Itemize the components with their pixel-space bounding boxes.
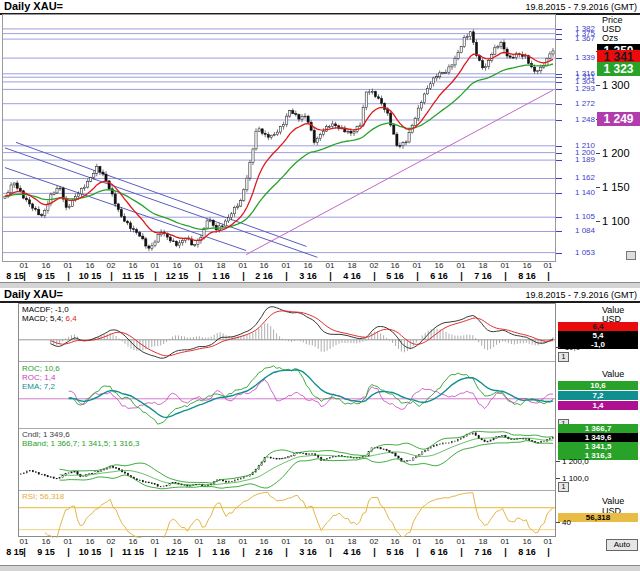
month-label: 1 16 bbox=[200, 547, 242, 557]
level-label: 1 272 bbox=[562, 100, 595, 108]
legend-text: EMA; 7,2 bbox=[22, 382, 55, 391]
month-label: 10 15 bbox=[69, 547, 111, 557]
month-label: 12 15 bbox=[156, 271, 198, 281]
tick-mark bbox=[556, 522, 560, 523]
legend-roc-line[interactable]: ROC; 1,4 bbox=[22, 373, 55, 382]
legend-text: ROC; 1,4 bbox=[22, 373, 55, 382]
day-tick-label: 01 bbox=[409, 262, 425, 270]
value-marker-macd[interactable]: 5,4 bbox=[558, 331, 638, 340]
value-tick-label: 40 bbox=[562, 519, 571, 527]
axis-corner-box[interactable] bbox=[626, 251, 636, 260]
legend-text: MACDF; -1,0 bbox=[22, 305, 69, 314]
month-label: 7 16 bbox=[462, 271, 504, 281]
chart-window: Daily XAU= 19.8.2015 - 7.9.2016 (GMT) Pr… bbox=[0, 0, 640, 571]
month-label: 11 15 bbox=[112, 547, 154, 557]
level-label: 1 140 bbox=[562, 189, 595, 197]
day-tick-label: 01 bbox=[16, 538, 32, 546]
month-label: 2 16 bbox=[243, 547, 285, 557]
price-marker-trend-level[interactable]: 1 249 bbox=[597, 112, 640, 126]
tick-mark bbox=[556, 461, 560, 462]
day-tick-label: 02 bbox=[366, 538, 382, 546]
day-tick-label: 02 bbox=[366, 262, 382, 270]
bottom-edge bbox=[0, 565, 640, 571]
month-label: 7 16 bbox=[462, 547, 504, 557]
value-marker-bband[interactable]: 1 341,5 bbox=[558, 442, 638, 451]
day-tick-label: 02 bbox=[103, 538, 119, 546]
legend-rsi-line[interactable]: RSI; 56,318 bbox=[22, 492, 64, 501]
tick-mark bbox=[556, 478, 560, 479]
month-label: 4 16 bbox=[331, 271, 373, 281]
indicator-pane-roc[interactable] bbox=[19, 362, 555, 428]
day-tick-label: 16 bbox=[519, 538, 535, 546]
day-tick-label: 16 bbox=[519, 262, 535, 270]
month-label: 10 15 bbox=[69, 271, 111, 281]
legend-roc-line[interactable]: EMA; 7,2 bbox=[22, 382, 55, 391]
day-tick-label: 01 bbox=[453, 262, 469, 270]
day-tick-label: 01 bbox=[540, 538, 556, 546]
value-marker-roc[interactable]: 1,4 bbox=[558, 401, 638, 410]
bottom-time-axis: 8 1501|169 1501|1610 1502|1611 1501|1612… bbox=[0, 538, 640, 558]
value-axis-label: Value bbox=[602, 497, 624, 506]
top-chart-title: Daily XAU= bbox=[4, 0, 63, 12]
level-label: 1 293 bbox=[562, 85, 595, 93]
legend-text: RSI; 56,318 bbox=[22, 492, 64, 501]
day-tick-label: 01 bbox=[409, 538, 425, 546]
pane-number-box[interactable]: 1 bbox=[558, 352, 569, 362]
indicator-pane-macd[interactable] bbox=[19, 304, 555, 361]
month-label: 6 16 bbox=[418, 547, 460, 557]
day-tick-label: 01 bbox=[16, 262, 32, 270]
value-marker-roc[interactable]: 7,2 bbox=[558, 391, 638, 400]
legend-cndl-line[interactable]: BBand; 1 366,7; 1 341,5; 1 316,3 bbox=[22, 439, 139, 448]
day-tick-label: 16 bbox=[431, 538, 447, 546]
bottom-chart-header: Daily XAU= 19.8.2015 - 7.9.2016 (GMT) bbox=[0, 288, 640, 303]
day-tick-label: 18 bbox=[213, 538, 229, 546]
day-tick-label: 16 bbox=[387, 262, 403, 270]
day-tick-label: 16 bbox=[38, 538, 54, 546]
month-label: 8 16 bbox=[506, 271, 548, 281]
value-marker-roc[interactable]: 10,6 bbox=[558, 381, 638, 390]
pane-number-box[interactable]: 1 bbox=[558, 482, 569, 492]
day-tick-label: 01 bbox=[147, 538, 163, 546]
month-label: 8 16 bbox=[506, 547, 548, 557]
legend-cndl-line[interactable]: Cndl; 1 349,6 bbox=[22, 430, 70, 439]
day-tick-label: 01 bbox=[235, 262, 251, 270]
day-tick-label: 16 bbox=[300, 538, 316, 546]
day-tick-label: 18 bbox=[344, 262, 360, 270]
day-tick-label: 01 bbox=[497, 538, 513, 546]
major-tick-label: 1 150 bbox=[602, 182, 638, 193]
legend-roc-line[interactable]: ROC; 10,6 bbox=[22, 364, 60, 373]
day-tick-label: 01 bbox=[540, 262, 556, 270]
value-tick-label: 1 200,0 bbox=[562, 458, 589, 466]
auto-scale-button[interactable]: Auto bbox=[606, 539, 638, 551]
day-tick-label: 16 bbox=[256, 538, 272, 546]
indicator-panels bbox=[18, 303, 556, 537]
major-tick-label: 1 200 bbox=[602, 148, 638, 159]
price-marker-ma-long[interactable]: 1 323 bbox=[597, 62, 640, 76]
day-tick-label: 01 bbox=[191, 538, 207, 546]
value-marker-bband[interactable]: 1 349,6 bbox=[558, 433, 638, 442]
month-separator: | bbox=[546, 547, 551, 557]
main-price-chart[interactable] bbox=[2, 14, 556, 262]
indicator-pane-rsi[interactable] bbox=[19, 491, 555, 538]
value-marker-bband[interactable]: 1 366,7 bbox=[558, 424, 638, 433]
day-tick-label: 18 bbox=[475, 538, 491, 546]
value-marker-macd[interactable]: 6,4 bbox=[558, 322, 638, 331]
day-tick-label: 01 bbox=[235, 538, 251, 546]
month-label: 6 16 bbox=[418, 271, 460, 281]
day-tick-label: 16 bbox=[125, 262, 141, 270]
month-label: 3 16 bbox=[287, 271, 329, 281]
month-label: 11 15 bbox=[112, 271, 154, 281]
day-tick-label: 01 bbox=[453, 538, 469, 546]
month-separator: | bbox=[546, 271, 551, 281]
day-tick-label: 01 bbox=[322, 538, 338, 546]
month-label: 5 16 bbox=[374, 271, 416, 281]
level-label: 1 053 bbox=[562, 249, 595, 257]
legend-macd-line[interactable]: MACDF; -1,0 bbox=[22, 305, 69, 314]
legend-text: Cndl; 1 349,6 bbox=[22, 430, 70, 439]
month-label: 9 15 bbox=[25, 547, 67, 557]
day-tick-label: 16 bbox=[169, 538, 185, 546]
major-tick-label: 1 300 bbox=[602, 80, 638, 91]
tick-mark bbox=[556, 347, 560, 348]
month-label: 2 16 bbox=[243, 271, 285, 281]
legend-macd-line[interactable]: MACD; 5,4; 6,4 bbox=[22, 314, 77, 323]
